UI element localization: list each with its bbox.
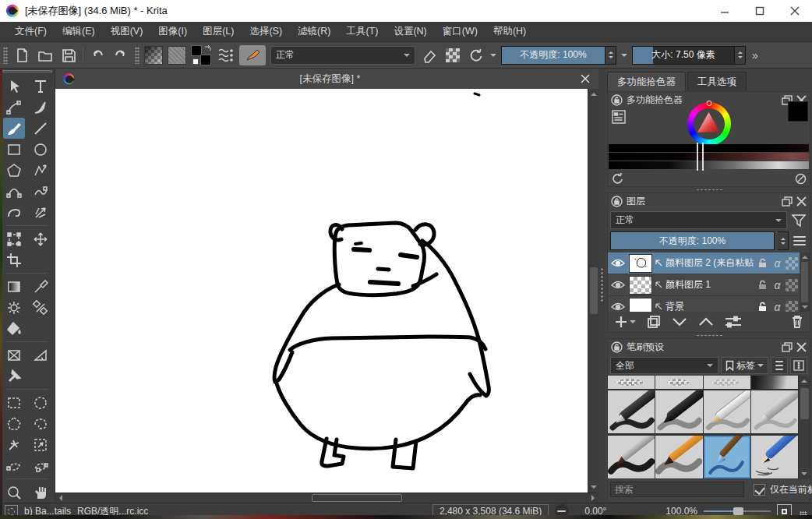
gradient-chooser[interactable]	[144, 46, 163, 65]
layer-locked-icon[interactable]	[756, 299, 769, 312]
layer-name[interactable]: 颜料图层 2 (来自粘贴)	[665, 256, 754, 270]
tool-pattern-edit[interactable]	[3, 297, 25, 318]
menu-tools[interactable]: 工具(T)	[339, 22, 385, 41]
brush-preset-orange-brush[interactable]	[655, 436, 702, 478]
color-history-icon[interactable]	[611, 172, 623, 185]
move-layer-down-button[interactable]	[672, 316, 687, 327]
layer-thumbnail[interactable]	[629, 298, 652, 312]
tool-zoom[interactable]	[3, 482, 25, 503]
layer-visibility-icon[interactable]	[609, 258, 627, 269]
undo-button[interactable]	[88, 46, 107, 65]
tool-multibrush[interactable]	[30, 202, 51, 223]
duplicate-layer-button[interactable]	[647, 315, 661, 329]
close-docker-icon[interactable]	[796, 342, 807, 352]
menu-view[interactable]: 视图(V)	[104, 22, 150, 41]
menu-image[interactable]: 图像(I)	[151, 22, 194, 41]
brush-preset-pen-black[interactable]	[608, 390, 655, 433]
opacity-dropdown-arrow-icon[interactable]	[621, 54, 627, 60]
toolbar-overflow-button[interactable]: »	[752, 49, 758, 62]
preserve-alpha-button[interactable]	[443, 46, 462, 65]
tool-ellipse-select[interactable]	[30, 392, 51, 413]
menu-layer[interactable]: 图层(L)	[196, 22, 241, 41]
reload-original-preset-button[interactable]	[467, 46, 485, 65]
layer-blend-mode-select[interactable]: 正常	[610, 211, 787, 229]
tool-text[interactable]	[30, 76, 51, 97]
tool-measure[interactable]	[30, 344, 51, 365]
layer-visibility-icon[interactable]	[609, 302, 627, 312]
hscroll-thumb[interactable]	[312, 494, 402, 502]
docker-lock-icon[interactable]	[611, 341, 623, 353]
display-mode-button[interactable]	[790, 357, 807, 374]
tab-advanced-color-selector[interactable]: 多功能拾色器	[607, 72, 686, 91]
layer-visibility-icon[interactable]	[609, 280, 627, 291]
choose-brush-preset-button[interactable]	[216, 46, 235, 65]
tool-gradient[interactable]	[3, 276, 25, 297]
tool-bezier-curve[interactable]	[3, 181, 25, 202]
color-wheel[interactable]	[687, 102, 731, 146]
foreground-background-colors[interactable]	[191, 45, 211, 65]
layer-alpha-lock-icon[interactable]: α	[771, 299, 784, 312]
tool-similar-color-select[interactable]	[3, 434, 25, 455]
no-color-icon[interactable]	[795, 173, 807, 185]
brush-menu-button[interactable]	[771, 357, 788, 374]
tool-polygon[interactable]	[3, 160, 25, 181]
shade-bar-3[interactable]	[609, 161, 809, 169]
scroll-down-arrow[interactable]	[588, 482, 598, 493]
tool-color-sampler[interactable]	[30, 276, 51, 297]
scroll-up-arrow[interactable]	[588, 89, 598, 100]
layer-alpha-lock-icon[interactable]: α	[771, 277, 784, 293]
tool-smart-patch[interactable]	[30, 297, 51, 318]
pattern-chooser[interactable]	[168, 46, 186, 65]
brush-search-input[interactable]	[610, 482, 744, 497]
tool-fill[interactable]	[3, 318, 25, 339]
layer-options-menu-icon[interactable]	[792, 236, 807, 245]
float-docker-icon[interactable]	[782, 342, 793, 352]
tool-reference-images[interactable]	[3, 365, 25, 387]
tool-dynamic-brush[interactable]	[3, 202, 25, 223]
float-docker-icon[interactable]	[782, 196, 793, 207]
canvas-horizontal-scrollbar[interactable]	[55, 493, 598, 503]
selector-settings-icon[interactable]	[612, 110, 626, 124]
menu-edit[interactable]: 编辑(E)	[55, 22, 102, 41]
zoom-slider-knob[interactable]	[733, 507, 743, 515]
menu-filter[interactable]: 滤镜(R)	[291, 22, 337, 41]
scroll-down-arrow[interactable]	[799, 468, 810, 479]
brush-preset-eraser-soft[interactable]	[751, 376, 798, 389]
close-button[interactable]	[777, 0, 812, 22]
layer-row-paint1[interactable]: 颜料图层 1 α	[608, 274, 800, 296]
add-layer-button[interactable]	[614, 315, 636, 329]
reload-dropdown-arrow-icon[interactable]	[490, 54, 496, 60]
tool-bezier-select[interactable]	[3, 455, 25, 476]
layer-inherit-alpha-icon[interactable]	[786, 301, 798, 312]
tool-crop[interactable]	[3, 249, 25, 270]
brush-filter-select[interactable]: 全部	[610, 357, 718, 374]
tool-freehand-path[interactable]	[30, 181, 51, 202]
tool-freehand-brush[interactable]	[3, 118, 25, 139]
layer-opacity-spinner[interactable]	[778, 231, 789, 250]
dock-splitter[interactable]	[598, 69, 605, 503]
tags-button[interactable]: 标签	[721, 357, 768, 374]
tool-enclose-fill[interactable]	[3, 344, 25, 365]
scroll-up-arrow[interactable]	[800, 252, 810, 262]
canvas[interactable]	[55, 89, 588, 493]
tool-transform[interactable]	[3, 228, 25, 249]
tool-polygon-select[interactable]	[3, 413, 25, 434]
tab-tool-options[interactable]: 工具选项	[687, 72, 747, 91]
layer-alpha-lock-icon[interactable]: α	[771, 256, 784, 271]
layer-inherit-alpha-icon[interactable]	[786, 257, 798, 270]
brush-preset-eraser-1[interactable]	[608, 376, 655, 389]
docker-lock-icon[interactable]	[611, 196, 623, 207]
layer-list-scrollbar[interactable]	[800, 252, 810, 312]
tool-calligraphy[interactable]	[30, 97, 51, 118]
brush-preset-marker-black[interactable]	[655, 390, 702, 433]
delete-layer-button[interactable]	[791, 315, 803, 329]
canvas-vertical-scrollbar[interactable]	[588, 89, 598, 493]
scroll-right-arrow[interactable]	[588, 493, 598, 503]
menu-window[interactable]: 窗口(W)	[436, 22, 485, 41]
layer-thumbnail[interactable]	[629, 276, 652, 295]
docker-lock-icon[interactable]	[611, 94, 623, 106]
layer-name[interactable]: 背景	[665, 300, 754, 312]
menu-file[interactable]: 文件(F)	[8, 22, 54, 41]
toolbar-blend-mode-select[interactable]: 正常	[270, 46, 415, 65]
layer-opacity-slider[interactable]: 不透明度: 100%	[610, 231, 775, 250]
